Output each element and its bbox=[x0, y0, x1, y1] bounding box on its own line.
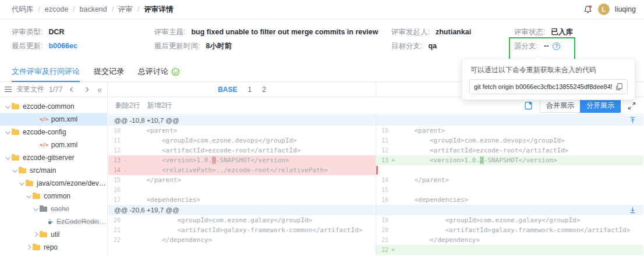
tree-item[interactable]: common bbox=[0, 190, 107, 202]
tree-item[interactable]: </>pom.xml bbox=[0, 138, 107, 151]
diff-row: 22+ bbox=[108, 245, 644, 255]
field-value: -- bbox=[544, 41, 549, 51]
info-field: 目标分支:qa bbox=[391, 41, 471, 51]
chevron-down-icon[interactable] bbox=[17, 182, 26, 185]
tree-item[interactable]: ezcode-common bbox=[0, 100, 107, 113]
diff-row: 15 </parent>14 </parent> bbox=[108, 175, 644, 185]
help-icon[interactable]: ? bbox=[553, 42, 560, 50]
hunk-header-right bbox=[376, 205, 643, 215]
chevron-down-icon[interactable] bbox=[3, 156, 12, 159]
info-column: 评审类型:DCR最后更新:b0066ec bbox=[12, 27, 77, 51]
chevron-down-icon[interactable] bbox=[3, 130, 12, 134]
code-text: </parent> bbox=[399, 176, 449, 184]
comment-panel-icon[interactable] bbox=[524, 101, 533, 110]
file-list-menu-icon[interactable] bbox=[5, 87, 12, 93]
field-label: 评审主题: bbox=[154, 27, 185, 37]
expand-up-icon[interactable] bbox=[629, 116, 636, 124]
avatar[interactable]: L bbox=[598, 3, 610, 15]
folder-icon bbox=[12, 130, 19, 135]
breadcrumb-item[interactable]: 评审 bbox=[118, 5, 133, 15]
view-toggle-button[interactable]: 分开展示 bbox=[580, 99, 621, 113]
diff-cell: 12 <artifactId>ezcode-root</artifactId> bbox=[108, 145, 376, 155]
diff-cell: 16 <dependencies> bbox=[376, 195, 643, 205]
expand-down-icon[interactable] bbox=[629, 206, 636, 214]
java-file-icon bbox=[47, 218, 54, 225]
tab-label: 提交记录 bbox=[94, 66, 124, 77]
view-toggle: 合并展示分开展示 bbox=[540, 99, 621, 113]
pager-item-1[interactable]: 1 bbox=[247, 86, 252, 94]
tree-item[interactable]: repo bbox=[0, 241, 107, 254]
prev-file-icon[interactable] bbox=[69, 87, 75, 93]
code-text: <artifactId>galaxy-framework-common</art… bbox=[399, 226, 630, 234]
tree-item[interactable]: review bbox=[0, 254, 107, 256]
pager-item-base[interactable]: BASE bbox=[218, 86, 237, 94]
tree-item[interactable]: java/com/ezone/devops/ez... bbox=[0, 177, 107, 190]
tab-label: 文件评审及行间评论 bbox=[12, 66, 80, 77]
tab-1[interactable]: 文件评审及行间评论 bbox=[12, 62, 80, 81]
collapse-panel-icon[interactable]: « bbox=[97, 86, 102, 94]
line-number: 15 bbox=[376, 187, 391, 193]
info-field: 最后更新时间:8小时前 bbox=[154, 41, 378, 51]
line-number: 13 bbox=[376, 157, 391, 163]
line-sign: + bbox=[391, 247, 399, 253]
chevron-down-icon[interactable] bbox=[24, 194, 33, 198]
chevron-down-icon[interactable] bbox=[31, 207, 40, 211]
line-number: 13 bbox=[108, 157, 123, 163]
folder-icon bbox=[26, 181, 33, 186]
chevron-down-icon[interactable] bbox=[10, 169, 19, 172]
file-panel-header: 变更文件 1/77 « bbox=[0, 82, 107, 97]
tree-item[interactable]: ezcode-config bbox=[0, 126, 107, 138]
tree-item-label: src/main bbox=[30, 166, 56, 175]
tree-item-label: util bbox=[51, 230, 59, 239]
chevron-right-icon[interactable] bbox=[24, 246, 33, 249]
code-text: <groupId>com.ezone.devops</groupId> bbox=[131, 137, 297, 144]
username[interactable]: liuqing bbox=[615, 5, 636, 13]
chevron-right-icon[interactable] bbox=[31, 233, 40, 236]
view-toggle-button[interactable]: 合并展示 bbox=[540, 99, 581, 113]
tab-2[interactable]: 提交记录 bbox=[94, 62, 124, 81]
diff-cell: 20 <groupId>com.ezone.galaxy</groupId> bbox=[108, 215, 376, 225]
next-file-icon[interactable] bbox=[83, 87, 89, 93]
breadcrumb-item[interactable]: backend bbox=[80, 5, 107, 13]
notification-bell-icon[interactable] bbox=[583, 5, 593, 15]
tree-item[interactable]: util bbox=[0, 228, 107, 241]
line-number: 10 bbox=[376, 127, 391, 134]
code-text: </dependency> bbox=[131, 236, 212, 244]
diff-cell: 14- <relativePath>../ezcode-root</relati… bbox=[108, 165, 376, 175]
hunk-header-left: @@ -20,6 +19,7 @@ bbox=[108, 205, 376, 215]
line-number: 10 bbox=[108, 127, 123, 134]
git-command-box[interactable]: git fetch origin b0066ec3cfbc13855245df8… bbox=[469, 79, 628, 94]
change-summary: 删除2行 新增2行 bbox=[115, 101, 172, 111]
folder-icon bbox=[19, 168, 26, 173]
info-column: 评审主题:bug fixed unable to filter out merg… bbox=[154, 27, 378, 51]
diff-cell: 22 </dependency> bbox=[108, 235, 376, 245]
line-number: 17 bbox=[108, 197, 123, 203]
tree-item-label: pom.xml bbox=[51, 115, 77, 123]
copy-icon[interactable] bbox=[615, 83, 623, 91]
diff-row: 10 <parent>10 <parent> bbox=[108, 126, 644, 136]
tree-item[interactable]: </>pom.xml bbox=[0, 113, 107, 126]
field-label: 源分支: bbox=[514, 41, 538, 51]
code-text: <dependencies> bbox=[399, 196, 468, 204]
file-nav bbox=[69, 87, 89, 93]
info-field: 源分支:--? bbox=[514, 41, 573, 51]
chevron-down-icon[interactable] bbox=[3, 105, 12, 108]
tree-item[interactable]: EzCodeRedisClientS... bbox=[0, 215, 107, 228]
fullscreen-icon[interactable] bbox=[628, 102, 636, 110]
tree-item-label: java/com/ezone/devops/ez... bbox=[37, 179, 107, 187]
pager-item-2[interactable]: 2 bbox=[262, 86, 266, 94]
tree-item[interactable]: ezcode-gitserver bbox=[0, 151, 107, 164]
line-number: 20 bbox=[108, 217, 123, 223]
breadcrumb-item[interactable]: 代码库 bbox=[12, 5, 34, 15]
code-text: <artifactId>ezcode-root</artifactId> bbox=[399, 147, 568, 154]
tree-item-label: pom.xml bbox=[51, 141, 77, 149]
diff-cell: 16 bbox=[108, 185, 376, 195]
tab-3[interactable]: 总评讨论 bbox=[138, 62, 180, 81]
breadcrumb-item: 评审详情 bbox=[144, 5, 173, 15]
breadcrumb-item[interactable]: ezcode bbox=[45, 5, 68, 13]
diff-cell bbox=[376, 165, 643, 175]
tree-item[interactable]: src/main bbox=[0, 164, 107, 177]
tree-item[interactable]: cache bbox=[0, 202, 107, 215]
breadcrumb-separator: / bbox=[137, 5, 139, 13]
commit-link[interactable]: b0066ec bbox=[48, 41, 77, 51]
